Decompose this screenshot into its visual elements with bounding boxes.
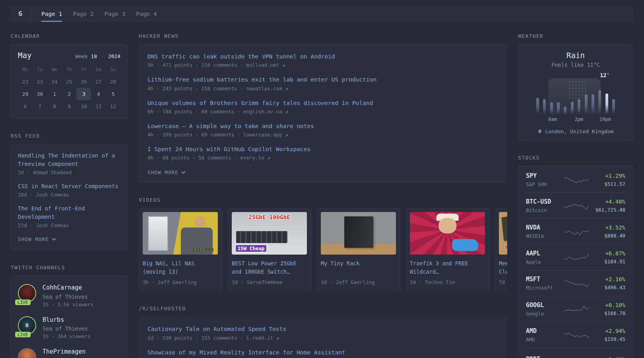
source-link[interactable]: english.nv.ua ↗ <box>243 109 288 115</box>
stock-change: +0.10% <box>589 302 625 308</box>
video-card[interactable]: LIL NASBig NAS, Lil NAS (moving 13)3h · … <box>138 208 222 291</box>
tab-page-3[interactable]: Page 3 <box>105 6 125 22</box>
hackernews-card: DNS traffic can leak outside the VPN tun… <box>138 44 507 183</box>
reddit-item-title[interactable]: Showcase of my Mixed Reality Interface f… <box>147 348 498 356</box>
section-title-calendar: CALENDAR <box>11 33 128 39</box>
rss-show-more-button[interactable]: SHOW MORE <box>18 236 56 242</box>
calendar-day-header: Fr <box>76 65 91 76</box>
source-link[interactable]: i.redd.it ↗ <box>246 335 279 341</box>
tab-page-4[interactable]: Page 4 <box>136 6 157 22</box>
stock-symbol: SPY <box>526 172 564 179</box>
avatar-letter: B <box>25 322 29 328</box>
person-graphic <box>195 217 205 227</box>
video-title[interactable]: My Tiny Rack <box>321 259 396 276</box>
source-link[interactable]: lowercase.app ↗ <box>243 132 288 138</box>
rss-item-title[interactable]: The End of Front-End Development <box>18 204 120 221</box>
twitch-channel-row[interactable]: LIVECohhCarnageSea of Thieves1h · 5.5k v… <box>18 284 120 307</box>
video-meta: 7d · Jeff Geerling <box>499 279 507 285</box>
calendar-day: 28 <box>106 76 120 88</box>
app-logo[interactable]: G <box>10 6 31 22</box>
rss-item-meta: 18d · Josh Comeau <box>18 192 120 198</box>
switch-ports-graphic <box>236 231 287 243</box>
stock-values: +6.87%$184.91 <box>589 250 625 265</box>
source-link[interactable]: newatlas.com ↗ <box>246 86 288 91</box>
weather-bar <box>585 94 588 114</box>
calendar-day: 10 <box>76 100 91 113</box>
stock-identity: SPYS&P 500 <box>526 172 564 187</box>
video-thumbnail[interactable] <box>410 212 485 255</box>
stock-name: AMD <box>526 337 564 342</box>
stocks-card: SPYS&P 500+1.29%$511.57BTC-USDBitcoin+4.… <box>518 166 634 358</box>
tab-page-2[interactable]: Page 2 <box>73 6 93 22</box>
twitch-card: LIVECohhCarnageSea of Thieves1h · 5.5k v… <box>10 276 128 358</box>
weather-bar <box>592 94 594 114</box>
hackernews-item-title[interactable]: DNS traffic can leak outside the VPN tun… <box>147 53 498 60</box>
calendar-header: May Week 18 · 2024 <box>18 51 120 60</box>
hackernews-item-title[interactable]: Lithium-free sodium batteries exit the l… <box>147 76 498 84</box>
stock-name: Microsoft <box>526 285 564 291</box>
weather-feels-like: Feels like 11°C <box>526 62 625 68</box>
stock-row[interactable]: RDDT-1.65% <box>526 348 625 358</box>
twitch-channel-name[interactable]: CohhCarnage <box>43 284 93 292</box>
stock-row[interactable]: AMDAMD+2.94%$150.45 <box>526 322 625 348</box>
calendar-day: 2 <box>62 88 77 100</box>
video-card[interactable]: Traefik 3 and FREE Wildcard…3d · Techno … <box>405 208 489 291</box>
stock-identity: NVDANVIDIA <box>526 224 564 239</box>
hackernews-show-more-button[interactable]: SHOW MORE <box>147 169 186 175</box>
week-label: Week <box>75 53 87 59</box>
tab-page-1[interactable]: Page 1 <box>41 6 62 22</box>
rss-item-title[interactable]: Handling The Indentation of a Treeview C… <box>18 152 120 168</box>
stock-row[interactable]: MSFTMicrosoft+2.16%$406.43 <box>526 270 625 296</box>
calendar-day-headers: MoTuWeThFrSaSu <box>18 65 120 76</box>
video-thumbnail[interactable]: FAS <box>499 212 507 255</box>
stock-row[interactable]: BTC-USDBitcoin+4.40%$61,725.48 <box>526 193 625 218</box>
stock-row[interactable]: SPYS&P 500+1.29%$511.57 <box>526 167 625 193</box>
stock-values: +2.94%$150.45 <box>589 328 625 342</box>
hackernews-item-title[interactable]: Unique volumes of Brothers Grimm fairy t… <box>147 99 498 107</box>
thumbnail-text: FAS <box>504 241 507 251</box>
reddit-item: Cautionary Tale on Automated Speed Tests… <box>147 325 498 340</box>
stock-row[interactable]: GOOGLGoogle+0.10%$166.78 <box>526 296 625 322</box>
video-thumbnail[interactable]: 25GbE 100GbE15W Cheap <box>232 212 307 255</box>
video-title[interactable]: Meet the new Linux Cluster <box>499 259 507 276</box>
video-title[interactable]: Traefik 3 and FREE Wildcard… <box>410 259 485 276</box>
twitch-channel-row[interactable]: ThePrimeagen <box>18 348 120 358</box>
hackernews-item: I Spent 24 Hours with GitHub Copilot Wor… <box>147 145 498 161</box>
weather-bar <box>557 102 560 114</box>
twitch-channel-name[interactable]: ThePrimeagen <box>43 348 85 356</box>
hackernews-item-title[interactable]: Lowercase – A simple way to take and sha… <box>147 122 498 130</box>
calendar-grid: 222324252627282930123456789101112 <box>18 76 120 113</box>
video-thumbnail[interactable]: LIL NAS <box>143 212 218 255</box>
source-link[interactable]: every.to ↗ <box>240 155 270 161</box>
stock-row[interactable]: AAPLApple+6.87%$184.91 <box>526 244 625 270</box>
twitch-channel-info: ThePrimeagen <box>43 348 85 356</box>
pc-case-graphic <box>148 216 168 251</box>
rss-widget: RSS FEED Handling The Indentation of a T… <box>10 133 128 250</box>
stock-change: +3.52% <box>589 224 625 231</box>
twitch-channel-row[interactable]: BLIVEBlurbsSea of Thieves1h · 264 viewer… <box>18 316 120 340</box>
stock-symbol: GOOGL <box>526 302 564 309</box>
video-title[interactable]: Big NAS, Lil NAS (moving 13) <box>143 259 218 276</box>
reddit-item-title[interactable]: Cautionary Tale on Automated Speed Tests <box>147 325 498 333</box>
video-card[interactable]: FASMeet the new Linux Cluster7d · Jeff G… <box>495 208 507 291</box>
stock-row[interactable]: NVDANVIDIA+3.52%$888.40 <box>526 218 625 244</box>
source-link[interactable]: mullvad.net ↗ <box>246 62 285 68</box>
stock-values: -1.65% <box>589 356 625 358</box>
rss-item-title[interactable]: CSS in React Server Components <box>18 182 120 191</box>
video-title[interactable]: BEST Low Power 25GbE and 100GbE Switch… <box>232 259 307 276</box>
twitch-channel-list: LIVECohhCarnageSea of Thieves1h · 5.5k v… <box>18 284 120 358</box>
video-card[interactable]: 25GbE 100GbE15W CheapBEST Low Power 25Gb… <box>227 208 311 291</box>
current-temp-value: 12 <box>600 72 606 78</box>
stock-values: +0.10%$166.78 <box>589 302 625 316</box>
weather-bar-current <box>605 93 608 114</box>
stock-price: $888.40 <box>589 233 625 239</box>
section-title-rss: RSS FEED <box>11 133 128 139</box>
calendar-day-header: Sa <box>91 65 106 76</box>
video-card[interactable]: My Tiny Rack3d · Jeff Geerling <box>316 208 400 291</box>
stock-sparkline <box>564 353 589 358</box>
hackernews-item-title[interactable]: I Spent 24 Hours with GitHub Copilot Wor… <box>147 145 498 153</box>
section-title-twitch: TWITCH CHANNELS <box>11 265 128 270</box>
calendar-day: 23 <box>33 76 47 88</box>
twitch-channel-name[interactable]: Blurbs <box>43 316 90 324</box>
video-thumbnail[interactable] <box>321 212 396 255</box>
